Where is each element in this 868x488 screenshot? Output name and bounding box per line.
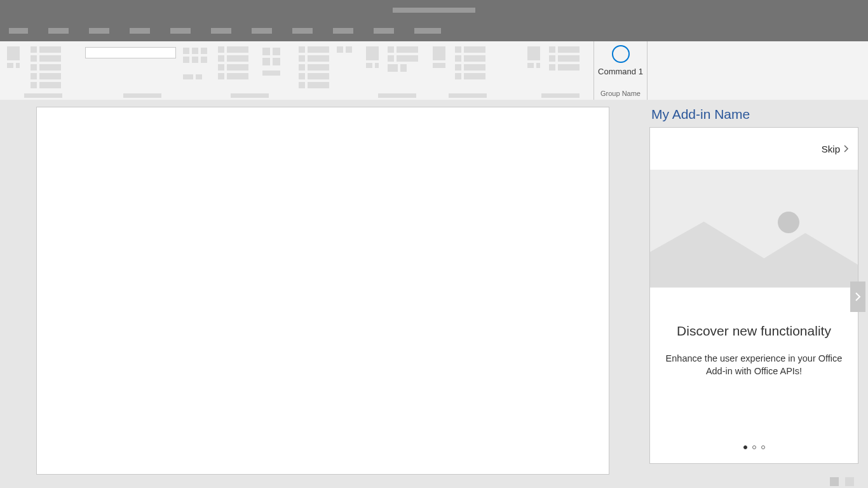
title-placeholder xyxy=(393,8,475,13)
document-area xyxy=(0,100,646,475)
mountains-icon xyxy=(650,170,858,287)
tab-placeholder[interactable] xyxy=(211,28,231,34)
skip-label: Skip xyxy=(822,144,840,154)
card-body: Discover new functionality Enhance the u… xyxy=(650,288,858,431)
task-pane: My Add-in Name Skip Discover new functio… xyxy=(646,100,868,475)
skip-button[interactable]: Skip xyxy=(650,128,858,170)
page-dot[interactable] xyxy=(761,445,765,449)
ribbon-custom-group: Command 1 Group Name xyxy=(593,41,648,100)
onboarding-card: Skip Discover new functionality Enhance … xyxy=(649,127,858,464)
tab-placeholder[interactable] xyxy=(252,28,272,34)
page-indicator xyxy=(650,431,858,463)
task-pane-title: My Add-in Name xyxy=(651,107,858,122)
page-dot[interactable] xyxy=(752,445,756,449)
svg-marker-0 xyxy=(650,222,858,288)
chevron-right-icon xyxy=(855,292,861,302)
title-bar xyxy=(0,0,868,20)
tab-placeholder[interactable] xyxy=(292,28,313,34)
ribbon-placeholder-area xyxy=(0,41,593,100)
tab-placeholder[interactable] xyxy=(374,28,394,34)
card-heading: Discover new functionality xyxy=(663,323,845,339)
group-label: Group Name xyxy=(600,90,641,97)
document-page[interactable] xyxy=(36,107,609,475)
sun-icon xyxy=(778,212,799,233)
tab-placeholder[interactable] xyxy=(48,28,69,34)
tab-placeholder[interactable] xyxy=(170,28,191,34)
tab-placeholder[interactable] xyxy=(9,28,28,34)
card-subtext: Enhance the user experience in your Offi… xyxy=(663,353,845,377)
view-mode-button[interactable] xyxy=(830,477,839,486)
chevron-right-icon xyxy=(844,145,849,152)
tab-placeholder[interactable] xyxy=(130,28,150,34)
ribbon: Command 1 Group Name xyxy=(0,41,868,100)
tab-placeholder[interactable] xyxy=(89,28,109,34)
workspace: My Add-in Name Skip Discover new functio… xyxy=(0,100,868,475)
command-label[interactable]: Command 1 xyxy=(598,67,643,76)
tab-placeholder[interactable] xyxy=(414,28,441,34)
hero-image xyxy=(650,170,858,288)
command-icon[interactable] xyxy=(612,45,630,63)
tab-placeholder[interactable] xyxy=(333,28,353,34)
view-mode-button[interactable] xyxy=(845,477,854,486)
ribbon-tabs xyxy=(0,20,868,41)
page-dot[interactable] xyxy=(743,445,747,449)
next-button[interactable] xyxy=(850,281,865,312)
status-bar xyxy=(0,475,868,488)
